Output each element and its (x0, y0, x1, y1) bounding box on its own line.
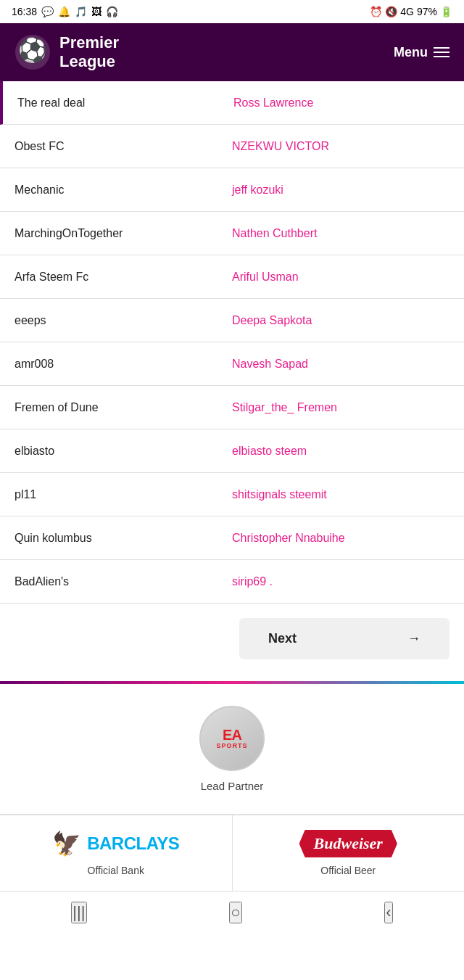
battery-icon: 🔋 (440, 6, 452, 17)
team-name: eeeps (14, 314, 232, 327)
manager-name[interactable]: elbiasto steem (232, 445, 450, 458)
next-container: Next → (0, 604, 464, 674)
chat-icon: 💬 (41, 6, 54, 17)
time: 16:38 (12, 6, 37, 17)
alarm-icon: ⏰ (370, 6, 382, 17)
table-row: pl11 shitsignals steemit (0, 473, 464, 516)
table-row: Arfa Steem Fc Ariful Usman (0, 255, 464, 299)
ea-logo-circle: EA SPORTS (199, 706, 265, 771)
team-name: BadAlien's (14, 575, 232, 588)
music-icon: 🎵 (75, 6, 87, 17)
team-name: Quin kolumbus (14, 532, 232, 545)
barclays-eagle-icon: 🦅 (52, 830, 81, 857)
manager-name[interactable]: NZEKWU VICTOR (232, 140, 450, 153)
manager-name[interactable]: shitsignals steemit (232, 488, 450, 501)
team-name: elbiasto (14, 445, 232, 458)
table-row: Fremen of Dune Stilgar_the_ Fremen (0, 386, 464, 429)
team-name: MarchingOnTogether (14, 227, 232, 240)
barclays-text: BARCLAYS (87, 833, 179, 854)
team-name: Arfa Steem Fc (14, 271, 232, 284)
battery-label: 97% (417, 6, 437, 17)
next-label: Next (268, 631, 297, 646)
table-row: Obest FC NZEKWU VICTOR (0, 125, 464, 168)
table-row: Quin kolumbus Christopher Nnabuihe (0, 516, 464, 560)
budweiser-text: Budweiser (299, 830, 397, 857)
status-left: 16:38 💬 🔔 🎵 🖼 🎧 (12, 6, 118, 17)
sponsors-row: 🦅 BARCLAYS Official Bank Budweiser Offic… (0, 815, 464, 891)
menu-label: Menu (394, 45, 428, 60)
budweiser-sponsor: Budweiser Official Beer (233, 815, 465, 891)
ea-sponsor: EA SPORTS Lead Partner (14, 706, 450, 792)
status-bar: 16:38 💬 🔔 🎵 🖼 🎧 ⏰ 🔇 4G 97% 🔋 (0, 0, 464, 23)
team-name: Obest FC (14, 140, 232, 153)
barclays-sponsor: 🦅 BARCLAYS Official Bank (0, 815, 233, 891)
table-row: MarchingOnTogether Nathen Cuthbert (0, 212, 464, 255)
nav-menu-button[interactable]: ||| (71, 902, 86, 923)
svg-text:⚽: ⚽ (18, 36, 47, 64)
table-row: Mechanic jeff kozuki (0, 168, 464, 212)
table-row: eeeps Deepa Sapkota (0, 299, 464, 342)
team-name: pl11 (14, 488, 232, 501)
nav-home-button[interactable]: ○ (229, 902, 241, 923)
manager-name[interactable]: Nathen Cuthbert (232, 227, 450, 240)
table-row: BadAlien's sirip69 . (0, 560, 464, 604)
manager-name[interactable]: sirip69 . (232, 575, 450, 588)
sponsors-section: EA SPORTS Lead Partner (0, 684, 464, 814)
bell-icon: 🔔 (58, 6, 70, 17)
leaderboard-table: The real deal Ross Lawrence Obest FC NZE… (0, 81, 464, 604)
team-name: The real deal (17, 96, 233, 110)
team-name: Mechanic (14, 184, 232, 197)
budweiser-label: Official Beer (320, 865, 376, 876)
barclays-label: Official Bank (88, 865, 144, 876)
header-logo-text: Premier League (59, 33, 119, 72)
barclays-logo: 🦅 BARCLAYS (52, 830, 179, 857)
spotify-icon: 🎧 (106, 6, 118, 17)
manager-name[interactable]: jeff kozuki (232, 184, 450, 197)
table-row: elbiasto elbiasto steem (0, 429, 464, 473)
manager-name[interactable]: Stilgar_the_ Fremen (232, 401, 450, 414)
ea-text: EA (223, 728, 241, 742)
next-arrow: → (407, 631, 420, 646)
budweiser-logo: Budweiser (299, 830, 397, 857)
signal-label: 4G (400, 6, 414, 17)
header-menu[interactable]: Menu (394, 45, 450, 60)
team-name: amr008 (14, 358, 232, 371)
team-name: Fremen of Dune (14, 401, 232, 414)
manager-name[interactable]: Ariful Usman (232, 271, 450, 284)
status-right: ⏰ 🔇 4G 97% 🔋 (370, 6, 452, 17)
manager-name[interactable]: Navesh Sapad (232, 358, 450, 371)
ea-lead-partner-label: Lead Partner (201, 780, 264, 792)
mute-icon: 🔇 (385, 6, 397, 17)
bottom-nav: ||| ○ ‹ (0, 891, 464, 934)
header-logo: ⚽ Premier League (14, 32, 119, 73)
table-row: amr008 Navesh Sapad (0, 342, 464, 386)
ea-sports-text: SPORTS (216, 742, 247, 749)
manager-name[interactable]: Christopher Nnabuihe (232, 532, 450, 545)
premier-league-lion-icon: ⚽ (14, 32, 51, 73)
manager-name[interactable]: Ross Lawrence (233, 96, 450, 110)
manager-name[interactable]: Deepa Sapkota (232, 314, 450, 327)
image-icon: 🖼 (91, 6, 102, 17)
next-button[interactable]: Next → (239, 618, 450, 659)
hamburger-icon (434, 47, 450, 57)
nav-back-button[interactable]: ‹ (384, 902, 392, 923)
table-row: The real deal Ross Lawrence (0, 81, 464, 125)
header: ⚽ Premier League Menu (0, 23, 464, 81)
